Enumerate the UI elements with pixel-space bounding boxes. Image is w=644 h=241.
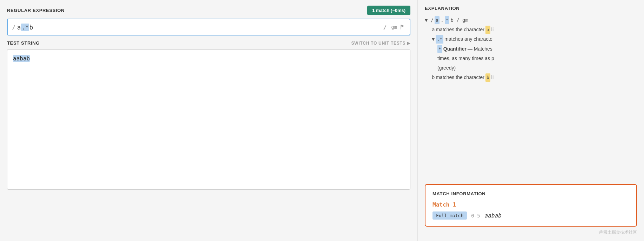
test-string-header: TEST STRING SWITCH TO UNIT TESTS [7,40,410,46]
match-1-label: Match 1 [432,201,629,208]
regex-dotstar: .* [21,24,29,31]
regex-content[interactable]: a .* b [17,24,383,31]
right-panel: EXPLANATION ▼ / a . * b / gm a matches t… [417,0,644,241]
match-row: Full match 0-5 aabab [432,211,629,220]
regex-flags-text: gm [391,24,397,30]
exp-a-text1: matches the character [436,25,484,34]
regex-flags-area: / gm [383,24,405,31]
exp-line-quantifier-detail: times, as many times as p [425,54,637,63]
exp-line-a: a matches the character a li [425,25,637,34]
test-string-title: TEST STRING [7,40,40,46]
regex-char-b: b [29,24,33,31]
exp-line-greedy: (greedy) [425,64,637,72]
match-range: 0-5 [471,213,480,219]
match-info-title: MATCH INFORMATION [432,191,629,196]
explanation-body: ▼ / a . * b / gm a matches the character… [425,16,637,83]
exp-a-text2: li [491,25,494,34]
close-slash: / [383,24,387,31]
exp-regex-star-blue: * [445,16,450,24]
exp-line-quantifier: * Quantifier — Matches [425,45,637,53]
left-panel: REGULAR EXPRESSION 1 match (~0ms) / a .*… [0,0,417,241]
regex-char-a: a [17,24,21,31]
exp-b-text2: li [491,73,494,82]
exp-b-char: b [432,73,435,82]
regex-section-title: REGULAR EXPRESSION [7,8,65,13]
match-badge: 1 match (~0ms) [367,6,410,15]
regex-input-wrapper[interactable]: / a .* b / gm [7,19,410,35]
exp-line-b: b matches the character b li [425,73,637,82]
match-info-box: MATCH INFORMATION Match 1 Full match 0-5… [425,184,637,227]
test-string-box[interactable]: aabab [7,49,410,190]
match-value: aabab [484,212,501,219]
exp-quantifier-label: Quantifier [443,45,467,53]
exp-star-badge: * [437,45,442,53]
switch-to-unit-tests-button[interactable]: SWITCH TO UNIT TESTS [351,41,410,46]
exp-regex-slash1: ▼ / [425,16,434,25]
explanation-title: EXPLANATION [425,6,637,11]
exp-arrow-down: ▼ [432,35,435,44]
exp-line-regex: ▼ / a . * b / gm [425,16,637,25]
watermark: @稀土掘金技术社区 [425,229,637,235]
exp-a-char: a [432,25,435,34]
test-string-match: aabab [13,55,30,62]
exp-b-highlight: b [485,73,490,82]
exp-regex-a-blue: a [435,16,440,24]
exp-greedy: (greedy) [437,64,456,72]
exp-b-text1: matches the character [436,73,484,82]
exp-regex-dot: . [441,16,443,25]
full-match-badge: Full match [432,211,467,220]
exp-dotstar-text: matches any characte [444,35,492,44]
exp-a-highlight: a [485,26,490,34]
exp-quantifier-dash: — Matches [468,45,492,53]
flag-icon[interactable] [400,24,405,30]
exp-regex-b-code: b / gm [450,16,468,25]
open-slash: / [12,24,16,31]
exp-quantifier-detail: times, as many times as p [437,54,494,63]
exp-line-dotstar: ▼ .* matches any characte [425,35,637,44]
exp-dotstar-highlight: .* [436,35,443,43]
regex-header: REGULAR EXPRESSION 1 match (~0ms) [7,6,410,15]
